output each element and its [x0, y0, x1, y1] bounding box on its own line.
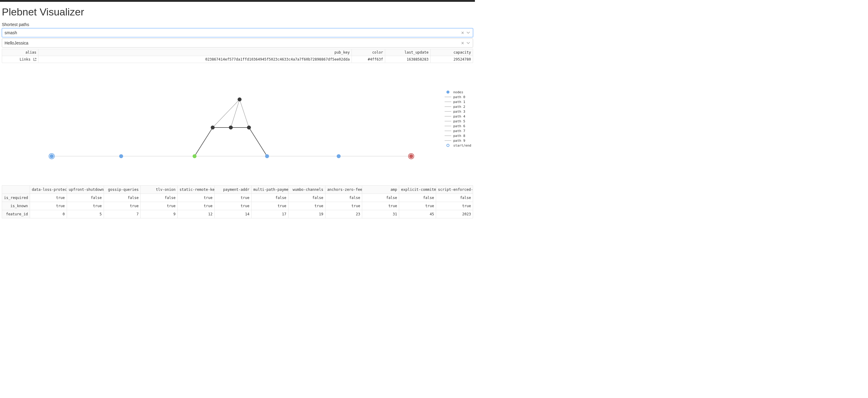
feature-cell: 9 — [141, 210, 178, 219]
legend-line-icon — [444, 126, 451, 126]
alias-links-label: Links — [20, 57, 31, 62]
section-label-shortest-paths: Shortest paths — [2, 22, 473, 27]
feature-cell: false — [104, 194, 141, 202]
feature-cell: true — [104, 202, 141, 210]
page-title: Plebnet Visualizer — [2, 6, 473, 18]
legend-line-icon — [444, 131, 451, 131]
legend-path-label: path 4 — [453, 114, 465, 119]
feature-cell: false — [399, 194, 436, 202]
feature-col-explicit-commitment-type: explicit-commitment-type — [399, 186, 436, 194]
legend-startend-label: start/end — [453, 143, 471, 147]
features-header-row: data-loss-protectupfront-shutdown-script… — [2, 186, 473, 194]
feature-col-tlv-onion: tlv-onion — [141, 186, 178, 194]
legend-path-9: path 9 — [444, 138, 471, 143]
source-node-combobox[interactable]: ✕ — [2, 28, 473, 37]
capacity-cell: 29524780 — [431, 56, 473, 63]
feature-cell: 5 — [67, 210, 104, 219]
node-info-row: Links 023867414ef577da1ffd10364945f5023c… — [2, 56, 473, 63]
legend-path-3: path 3 — [444, 109, 471, 114]
graph-edge[interactable] — [213, 99, 240, 128]
target-node-combobox[interactable]: ✕ — [2, 38, 473, 47]
legend-path-label: path 2 — [453, 105, 465, 109]
pubkey-cell: 023867414ef577da1ffd10364945f5023c4633c4… — [38, 56, 352, 63]
source-node-input[interactable] — [4, 30, 460, 35]
feature-col-amp: amp — [362, 186, 399, 194]
feature-cell: 0 — [30, 210, 67, 219]
feature-cell: true — [251, 202, 288, 210]
col-pubkey: pub_key — [38, 49, 352, 56]
graph-edge[interactable] — [249, 128, 267, 156]
legend-path-5: path 5 — [444, 119, 471, 124]
graph-node[interactable] — [50, 154, 54, 158]
feature-cell: 2023 — [436, 210, 473, 219]
features-corner — [2, 186, 30, 194]
legend-path-0: path 0 — [444, 95, 471, 99]
legend-path-4: path 4 — [444, 114, 471, 119]
legend-line-icon — [444, 116, 451, 117]
graph-node[interactable] — [409, 154, 413, 158]
feature-cell: 12 — [178, 210, 215, 219]
feature-cell: false — [67, 194, 104, 202]
col-capacity: capacity — [431, 49, 473, 56]
graph-node[interactable] — [229, 125, 233, 129]
graph-node[interactable] — [211, 125, 215, 129]
feature-cell: true — [215, 202, 252, 210]
legend-path-8: path 8 — [444, 133, 471, 138]
legend-path-label: path 5 — [453, 119, 465, 123]
graph-node[interactable] — [192, 154, 196, 158]
graph-node[interactable] — [265, 154, 269, 158]
graph-node[interactable] — [119, 154, 123, 158]
legend-path-label: path 9 — [453, 139, 465, 143]
dropdown-caret-icon[interactable] — [466, 32, 471, 34]
lastupdate-cell: 1638858283 — [385, 56, 431, 63]
legend-path-label: path 1 — [453, 100, 465, 104]
feature-cell: false — [141, 194, 178, 202]
legend-path-1: path 1 — [444, 99, 471, 104]
graph-node[interactable] — [337, 154, 341, 158]
network-graph[interactable]: nodes path 0path 1path 2path 3path 4path… — [2, 65, 473, 184]
clear-source-icon[interactable]: ✕ — [460, 31, 466, 35]
feature-cell: true — [215, 194, 252, 202]
graph-node[interactable] — [247, 125, 251, 129]
feature-cell: false — [288, 194, 325, 202]
legend-path-6: path 6 — [444, 124, 471, 128]
alias-links-cell[interactable]: Links — [2, 56, 38, 63]
feature-col-wumbo-channels: wumbo-channels — [288, 186, 325, 194]
legend-line-icon — [444, 97, 451, 97]
legend-line-icon — [444, 121, 451, 122]
legend-line-icon — [444, 111, 451, 112]
dropdown-caret-icon[interactable] — [466, 42, 471, 44]
feature-cell: false — [362, 194, 399, 202]
graph-node[interactable] — [238, 98, 242, 101]
col-lastupdate: last_update — [385, 49, 431, 56]
legend-path-7: path 7 — [444, 128, 471, 133]
col-alias: alias — [2, 49, 38, 56]
legend-path-label: path 0 — [453, 95, 465, 99]
col-color: color — [352, 49, 385, 56]
feature-col-gossip-queries: gossip-queries — [104, 186, 141, 194]
feature-row-is_known: is_knowntruetruetruetruetruetruetruetrue… — [2, 202, 473, 210]
feature-cell: 45 — [399, 210, 436, 219]
target-node-input[interactable] — [4, 41, 460, 45]
feature-col-multi-path-payments: multi-path-payments — [251, 186, 288, 194]
legend-ring-icon — [446, 144, 450, 147]
feature-cell: true — [178, 202, 215, 210]
legend-path-label: path 7 — [453, 129, 465, 133]
graph-edge[interactable] — [240, 99, 249, 128]
legend-line-icon — [444, 101, 451, 102]
external-link-icon — [33, 58, 36, 61]
feature-cell: true — [178, 194, 215, 202]
legend-path-label: path 8 — [453, 134, 465, 138]
graph-canvas[interactable] — [2, 65, 473, 184]
legend-line-icon — [444, 135, 451, 136]
clear-target-icon[interactable]: ✕ — [460, 41, 466, 45]
color-cell: #4ff63f — [352, 56, 385, 63]
graph-edge[interactable] — [231, 99, 240, 128]
feature-cell: false — [325, 194, 362, 202]
feature-col-script-enforced-lease: script-enforced-lease — [436, 186, 473, 194]
legend-nodes-label: nodes — [453, 90, 463, 94]
node-info-header-row: alias pub_key color last_update capacity — [2, 49, 473, 56]
feature-cell: 14 — [215, 210, 252, 219]
graph-edge[interactable] — [194, 128, 213, 156]
feature-cell: 19 — [288, 210, 325, 219]
